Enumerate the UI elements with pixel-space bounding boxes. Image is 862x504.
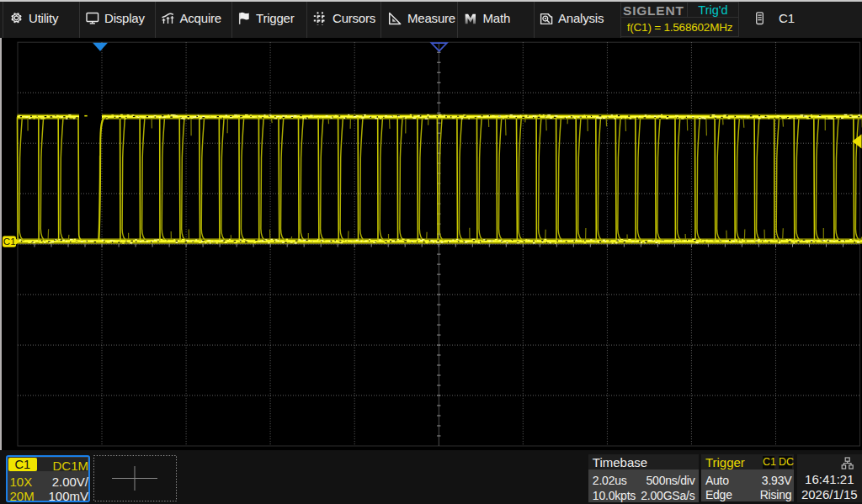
svg-text:C1: C1 xyxy=(3,236,16,247)
